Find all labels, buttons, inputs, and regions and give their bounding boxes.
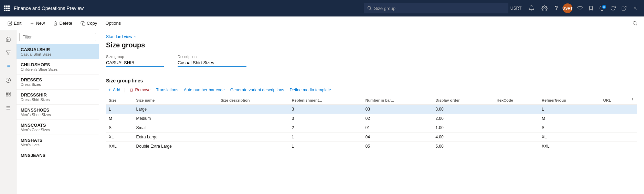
table-cell: Medium [134, 114, 218, 123]
table-cell: XL [106, 133, 134, 142]
table-cell: XXL [106, 142, 134, 151]
top-nav: Finance and Operations Preview USRT ? US… [0, 0, 644, 16]
table-cell: 2.00 [433, 114, 494, 123]
form-fields: Size group Description [106, 55, 637, 71]
lines-icon[interactable] [2, 102, 14, 114]
table-col-header: Size name [134, 96, 218, 105]
table-row[interactable]: XXLDouble Extra Large1055.00XXL [106, 142, 637, 151]
open-in-new-icon[interactable] [619, 4, 629, 12]
list-item[interactable]: MNSHATS Men's Hats [17, 135, 99, 150]
table-cell: S [106, 123, 134, 133]
table-cell: XL [539, 133, 601, 142]
filter-input[interactable] [19, 33, 96, 41]
view-selector[interactable]: Standard view [106, 34, 637, 39]
content-area: Standard view Size groups Size group Des… [99, 30, 644, 194]
list-item[interactable]: MNSJEANS [17, 150, 99, 161]
table-cell [218, 142, 289, 151]
new-button[interactable]: New [26, 19, 48, 27]
auto-number-button[interactable]: Auto number bar code [182, 87, 226, 93]
list-item[interactable]: DRESSES Dress Sizes [17, 75, 99, 90]
filter-icon[interactable] [2, 47, 14, 59]
table-cell: 1 [289, 142, 363, 151]
list-item-title: CHILDSHOES [21, 62, 95, 67]
description-input[interactable] [178, 59, 246, 67]
generate-variants-button[interactable]: Generate variant descriptions [229, 87, 286, 93]
bookmark-icon[interactable] [586, 4, 596, 12]
table-cell: M [539, 114, 601, 123]
app-grid-icon[interactable] [4, 5, 10, 11]
table-col-header: Replenishment... [289, 96, 363, 105]
table-col-header: URL [601, 96, 628, 105]
table-cell [218, 133, 289, 142]
svg-marker-14 [6, 51, 10, 55]
table-cell [494, 142, 539, 151]
table-header-row: SizeSize nameSize descriptionReplenishme… [106, 96, 637, 105]
delete-button[interactable]: Delete [50, 19, 76, 27]
edit-button[interactable]: Edit [4, 19, 25, 27]
table-cell: L [539, 105, 601, 114]
favorites-icon[interactable] [575, 4, 585, 12]
svg-line-6 [624, 6, 626, 9]
list-item[interactable]: MNSCOATS Men's Coat Sizes [17, 120, 99, 135]
table-cell: L [106, 105, 134, 114]
list-item-title: DRESSES [21, 77, 95, 82]
add-button[interactable]: Add [106, 87, 122, 93]
size-group-table: SizeSize nameSize descriptionReplenishme… [106, 96, 637, 151]
list-item-sub: Children's Shoe Sizes [21, 67, 95, 71]
home-icon[interactable] [2, 33, 14, 45]
clock-icon[interactable] [2, 74, 14, 87]
list-item[interactable]: DRESSSHIR Dress Shirt Sizes [17, 90, 99, 105]
description-field: Description [178, 55, 246, 67]
size-group-field: Size group [106, 55, 164, 67]
list-icon[interactable] [2, 60, 14, 73]
list-item-sub: Men's Hats [21, 143, 95, 147]
table-row[interactable]: XLExtra Large1044.00XL [106, 133, 637, 142]
list-item-title: MNSHATS [21, 138, 95, 143]
settings-icon[interactable] [539, 4, 550, 13]
list-panel: CASUALSHIR Casual Shirt SizesCHILDSHOES … [17, 30, 99, 194]
list-item[interactable]: CHILDSHOES Children's Shoe Sizes [17, 59, 99, 75]
list-item-title: MNSCOATS [21, 123, 95, 128]
list-item-sub: Casual Shirt Sizes [21, 52, 95, 56]
table-cell: 3.00 [433, 105, 494, 114]
table-cell [494, 133, 539, 142]
global-search-bar[interactable] [364, 3, 508, 13]
section-title: Size group lines [106, 78, 637, 83]
table-col-header: HexCode [494, 96, 539, 105]
table-row[interactable]: LLarge3033.00L [106, 105, 637, 114]
close-icon[interactable] [630, 4, 640, 12]
global-search-input[interactable] [374, 6, 505, 11]
list-item[interactable]: CASUALSHIR Casual Shirt Sizes [17, 44, 99, 59]
list-item-sub: Dress Sizes [21, 82, 95, 87]
table-cell [601, 123, 628, 133]
list-item[interactable]: MENSSHOES Men's Shoe Sizes [17, 105, 99, 120]
list-filter [17, 30, 99, 44]
table-col-header: Size [106, 96, 134, 105]
table-cell [218, 105, 289, 114]
svg-rect-25 [6, 94, 8, 96]
table-row[interactable]: SSmall2011.00S [106, 123, 637, 133]
table-cell: 1 [289, 133, 363, 142]
list-item-title: DRESSSHIR [21, 92, 95, 98]
table-cell: 3 [289, 114, 363, 123]
svg-rect-11 [82, 23, 85, 25]
translations-button[interactable]: Translations [155, 87, 180, 93]
refresh-icon[interactable] [608, 4, 618, 12]
size-group-input[interactable] [106, 59, 164, 67]
remove-button[interactable]: Remove [128, 87, 152, 93]
help-icon[interactable]: ? [552, 4, 560, 13]
grid-icon[interactable] [2, 88, 14, 100]
alerts-icon[interactable]: 0 [597, 4, 607, 12]
copy-button[interactable]: Copy [77, 19, 101, 27]
table-cell: Double Extra Large [134, 142, 218, 151]
user-label: USRT [508, 4, 524, 12]
row-more-icon [628, 105, 637, 114]
notification-icon[interactable] [526, 4, 537, 13]
define-media-button[interactable]: Define media template [288, 87, 332, 93]
table-cell: Extra Large [134, 133, 218, 142]
options-button[interactable]: Options [102, 19, 124, 27]
table-row[interactable]: MMedium3022.00M [106, 114, 637, 123]
user-avatar[interactable]: USRT [563, 3, 572, 13]
table-cell: 05 [362, 142, 433, 151]
action-search-icon[interactable] [630, 19, 640, 28]
